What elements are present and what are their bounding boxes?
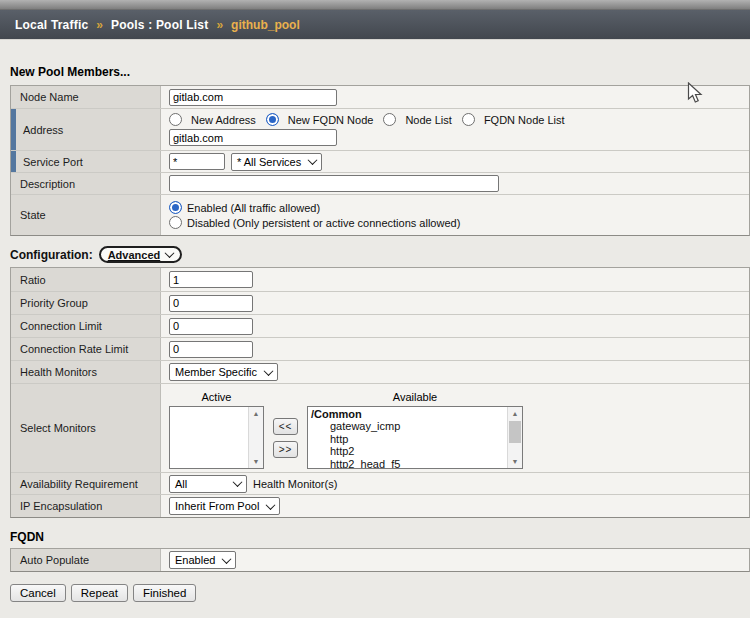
cancel-button[interactable]: Cancel xyxy=(10,584,66,602)
breadcrumb-separator-icon: » xyxy=(96,18,103,32)
configuration-mode-select[interactable]: Advanced xyxy=(99,246,183,263)
ip-encapsulation-label: IP Encapsulation xyxy=(11,495,161,517)
priority-group-input[interactable] xyxy=(169,295,253,312)
health-monitors-row: Health Monitors Member Specific xyxy=(11,360,749,383)
form-actions: Cancel Repeat Finished xyxy=(10,584,750,602)
service-port-input[interactable] xyxy=(169,153,225,170)
configuration-selector: Configuration: Advanced xyxy=(10,246,750,263)
health-monitors-select-value: Member Specific xyxy=(175,366,257,378)
ip-encapsulation-row: IP Encapsulation Inherit From Pool xyxy=(11,494,749,517)
scroll-up-icon[interactable]: ▲ xyxy=(249,407,263,420)
chevron-down-icon xyxy=(308,155,318,165)
radio-fqdn-node-list[interactable] xyxy=(462,113,475,126)
new-pool-members-title: New Pool Members... xyxy=(10,65,750,79)
configuration-label: Configuration: xyxy=(10,248,93,262)
main-content: New Pool Members... Node Name Address Ne… xyxy=(0,65,750,602)
service-port-row: Service Port * All Services xyxy=(11,150,749,172)
active-list-header: Active xyxy=(202,391,232,403)
connection-rate-limit-label: Connection Rate Limit xyxy=(11,338,161,360)
radio-new-address-label: New Address xyxy=(191,114,256,126)
list-item-http2-head-f5[interactable]: http2_head_f5 xyxy=(308,458,507,468)
radio-state-disabled[interactable] xyxy=(169,216,182,229)
address-fqdn-input[interactable] xyxy=(169,129,337,146)
list-item-http[interactable]: http xyxy=(308,433,507,445)
state-enabled-label: Enabled (All traffic allowed) xyxy=(187,202,320,214)
scroll-down-icon[interactable]: ▼ xyxy=(508,455,522,468)
chevron-down-icon xyxy=(233,477,243,487)
availability-requirement-select[interactable]: All xyxy=(169,475,247,493)
radio-new-fqdn-node-label: New FQDN Node xyxy=(288,114,374,126)
node-name-row: Node Name xyxy=(11,86,749,108)
available-listbox-scrollbar[interactable]: ▲ ▼ xyxy=(507,407,522,468)
page-top-banner xyxy=(0,0,750,10)
scrollbar-track[interactable] xyxy=(508,420,522,455)
breadcrumb-pools-pool-list[interactable]: Pools : Pool List xyxy=(111,18,208,32)
availability-requirement-row: Availability Requirement All Health Moni… xyxy=(11,472,749,494)
service-port-select[interactable]: * All Services xyxy=(231,153,322,171)
move-to-available-button[interactable]: >> xyxy=(273,441,298,458)
node-name-input[interactable] xyxy=(169,89,337,106)
auto-populate-select[interactable]: Enabled xyxy=(169,551,236,569)
list-item-http2[interactable]: http2 xyxy=(308,445,507,457)
availability-requirement-value: All xyxy=(175,478,187,490)
priority-group-row: Priority Group xyxy=(11,291,749,314)
radio-node-list-label: Node List xyxy=(405,114,451,126)
auto-populate-value: Enabled xyxy=(175,554,215,566)
radio-new-address[interactable] xyxy=(169,113,182,126)
state-enabled-option: Enabled (All traffic allowed) xyxy=(169,201,320,214)
ip-encapsulation-select[interactable]: Inherit From Pool xyxy=(169,497,280,515)
scrollbar-track[interactable] xyxy=(249,420,263,455)
connection-limit-input[interactable] xyxy=(169,318,253,335)
ratio-input[interactable] xyxy=(169,271,253,288)
move-to-active-button[interactable]: << xyxy=(273,418,298,435)
state-row: State Enabled (All traffic allowed) Disa… xyxy=(11,194,749,235)
auto-populate-row: Auto Populate Enabled xyxy=(11,549,749,571)
bigip-pool-member-page: Local Traffic » Pools : Pool List » gith… xyxy=(0,0,750,618)
repeat-button[interactable]: Repeat xyxy=(71,584,128,602)
scroll-down-icon[interactable]: ▼ xyxy=(249,455,263,468)
radio-state-enabled[interactable] xyxy=(169,201,182,214)
state-disabled-option: Disabled (Only persistent or active conn… xyxy=(169,216,460,229)
connection-limit-row: Connection Limit xyxy=(11,314,749,337)
auto-populate-label: Auto Populate xyxy=(11,549,161,571)
ratio-row: Ratio xyxy=(11,268,749,291)
available-monitors-column: Available /Common gateway_icmp http http… xyxy=(307,391,523,469)
scroll-up-icon[interactable]: ▲ xyxy=(508,407,522,420)
select-monitors-row: Select Monitors Active ▲ ▼ xyxy=(11,383,749,472)
fqdn-table: Auto Populate Enabled xyxy=(10,548,750,572)
connection-rate-limit-input[interactable] xyxy=(169,341,253,358)
active-listbox-scrollbar[interactable]: ▲ ▼ xyxy=(248,407,263,468)
list-item-gateway-icmp[interactable]: gateway_icmp xyxy=(308,420,507,432)
health-monitors-select[interactable]: Member Specific xyxy=(169,363,278,381)
fqdn-section-title: FQDN xyxy=(10,530,750,544)
available-monitors-listbox[interactable]: /Common gateway_icmp http http2 http2_he… xyxy=(307,406,523,469)
connection-limit-label: Connection Limit xyxy=(11,315,161,337)
breadcrumb-local-traffic[interactable]: Local Traffic xyxy=(15,18,88,32)
radio-node-list[interactable] xyxy=(383,113,396,126)
chevron-down-icon xyxy=(222,554,232,564)
radio-fqdn-node-list-label: FQDN Node List xyxy=(484,114,565,126)
description-input[interactable] xyxy=(169,175,499,192)
availability-requirement-label: Availability Requirement xyxy=(11,473,161,494)
address-label: Address xyxy=(11,109,161,150)
list-item-common-partition[interactable]: /Common xyxy=(308,408,507,420)
available-monitors-items: /Common gateway_icmp http http2 http2_he… xyxy=(308,407,507,468)
radio-new-fqdn-node[interactable] xyxy=(266,113,279,126)
active-monitors-listbox[interactable]: ▲ ▼ xyxy=(169,406,264,469)
configuration-table: Ratio Priority Group Connection Limit Co… xyxy=(10,267,750,518)
breadcrumb-current-github-pool: github_pool xyxy=(231,18,300,32)
finished-button[interactable]: Finished xyxy=(133,584,196,602)
ip-encapsulation-value: Inherit From Pool xyxy=(175,500,259,512)
service-port-select-value: * All Services xyxy=(237,156,301,168)
monitor-move-buttons: << >> xyxy=(264,418,307,458)
chevron-down-icon xyxy=(266,500,276,510)
node-name-label: Node Name xyxy=(11,86,161,108)
ratio-label: Ratio xyxy=(11,268,161,291)
description-row: Description xyxy=(11,172,749,194)
address-row: Address New Address New FQDN Node Node L… xyxy=(11,108,749,150)
select-monitors-label: Select Monitors xyxy=(11,384,161,472)
active-monitors-items xyxy=(170,407,248,468)
breadcrumb-separator-icon: » xyxy=(216,18,223,32)
scrollbar-thumb[interactable] xyxy=(509,421,521,443)
state-disabled-label: Disabled (Only persistent or active conn… xyxy=(187,217,460,229)
